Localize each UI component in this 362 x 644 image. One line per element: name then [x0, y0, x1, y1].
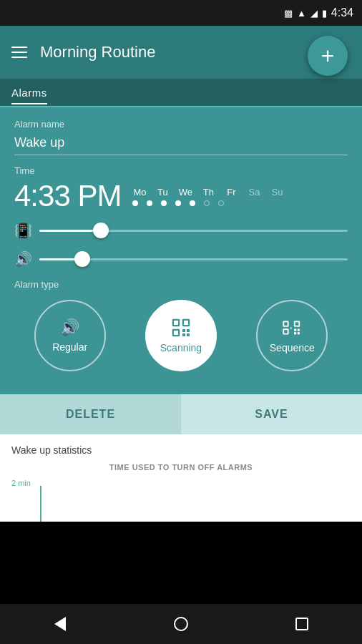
svg-rect-19: [298, 332, 300, 334]
dots-row: [132, 200, 224, 206]
svg-rect-5: [174, 331, 178, 335]
chart-title: TIME USED TO TURN OFF ALARMS: [11, 463, 351, 472]
svg-rect-3: [184, 321, 188, 325]
time-label: Time: [14, 165, 348, 176]
stats-title: Wake up statistics: [11, 444, 351, 456]
save-button[interactable]: SAVE: [181, 394, 362, 434]
svg-rect-11: [284, 322, 288, 326]
qr-sequence-icon: ×: [282, 318, 302, 338]
day-fr[interactable]: Fr: [224, 187, 238, 197]
action-row: DELETE SAVE: [0, 394, 362, 434]
statistics-section: Wake up statistics TIME USED TO TURN OFF…: [0, 434, 362, 522]
volume-type-icon: 🔊: [60, 318, 79, 337]
day-su[interactable]: Su: [270, 187, 284, 197]
status-icons: ▩ ▲ ◢ ▮ 4:34: [284, 6, 353, 19]
nav-bar: [0, 604, 362, 644]
dot-mo: [132, 200, 138, 206]
alarm-type-label: Alarm type: [14, 279, 348, 290]
volume-icon: 🔊: [14, 250, 32, 268]
chart-bar: [40, 486, 41, 522]
delete-button[interactable]: DELETE: [0, 394, 181, 434]
wifi-icon: ▲: [297, 8, 306, 19]
status-time: 4:34: [331, 6, 353, 19]
svg-rect-6: [182, 329, 185, 332]
plus-icon: +: [321, 44, 335, 67]
qr-scan-icon: [171, 318, 191, 338]
svg-rect-7: [187, 329, 190, 332]
dot-su: [218, 200, 224, 206]
dot-we: [161, 200, 167, 206]
recents-button[interactable]: [280, 610, 323, 638]
signal-icon: ◢: [310, 8, 318, 19]
alarm-name-input[interactable]: [14, 132, 348, 155]
svg-text:×: ×: [290, 326, 293, 331]
svg-rect-18: [294, 332, 296, 334]
day-we[interactable]: We: [178, 187, 192, 197]
vibrate-slider[interactable]: [39, 230, 348, 232]
svg-rect-13: [295, 322, 299, 326]
alarm-name-label: Alarm name: [14, 119, 348, 130]
sequence-label: Sequence: [270, 342, 315, 353]
dot-fr: [190, 200, 195, 206]
alarm-type-regular-button[interactable]: 🔊 Regular: [34, 300, 106, 371]
vibrate-icon: 📳: [14, 222, 32, 239]
home-icon: [174, 617, 188, 631]
back-icon: [54, 617, 66, 631]
recents-icon: [295, 618, 308, 630]
header-title: Morning Routine: [40, 43, 155, 62]
chart-y-label: 2 min: [11, 479, 31, 487]
time-display[interactable]: 4:33 PM: [14, 179, 121, 213]
add-alarm-button[interactable]: +: [308, 36, 348, 76]
day-tu[interactable]: Tu: [155, 187, 170, 197]
home-button[interactable]: [160, 610, 202, 638]
screen-icon: ▩: [284, 8, 293, 19]
chart-area: 2 min: [11, 479, 351, 522]
svg-rect-8: [182, 333, 185, 336]
header: Morning Routine +: [0, 26, 362, 79]
regular-label: Regular: [52, 341, 87, 353]
time-section: 4:33 PM Mo Tu We Th Fr Sa Su: [14, 179, 348, 213]
svg-rect-16: [294, 329, 296, 331]
alarms-tab-label: Alarms: [11, 87, 47, 104]
svg-rect-9: [187, 333, 190, 336]
dot-tu: [147, 200, 152, 206]
vibrate-slider-row: 📳: [14, 222, 348, 239]
battery-icon: ▮: [322, 8, 327, 19]
alarms-tab[interactable]: Alarms: [0, 79, 362, 107]
svg-rect-1: [174, 321, 178, 325]
svg-rect-17: [298, 329, 300, 331]
day-th[interactable]: Th: [201, 187, 215, 197]
back-button[interactable]: [39, 610, 82, 638]
days-container: Mo Tu We Th Fr Sa Su: [132, 187, 284, 206]
dot-th: [175, 200, 181, 206]
main-content: Alarm name Time 4:33 PM Mo Tu We Th Fr S…: [0, 107, 362, 394]
volume-slider-row: 🔊: [14, 250, 348, 268]
alarm-type-row: 🔊 Regular Scanning: [14, 300, 348, 371]
day-mo[interactable]: Mo: [132, 187, 147, 197]
day-sa[interactable]: Sa: [247, 187, 261, 197]
days-row: Mo Tu We Th Fr Sa Su: [132, 187, 284, 197]
scanning-label: Scanning: [160, 342, 202, 353]
hamburger-menu-icon[interactable]: [11, 47, 27, 58]
svg-rect-15: [284, 330, 288, 333]
alarm-type-sequence-button[interactable]: × Sequence: [256, 300, 328, 371]
status-bar: ▩ ▲ ◢ ▮ 4:34: [0, 0, 362, 26]
volume-slider[interactable]: [39, 258, 348, 260]
dot-sa: [204, 200, 210, 206]
alarm-type-scanning-button[interactable]: Scanning: [145, 300, 217, 371]
